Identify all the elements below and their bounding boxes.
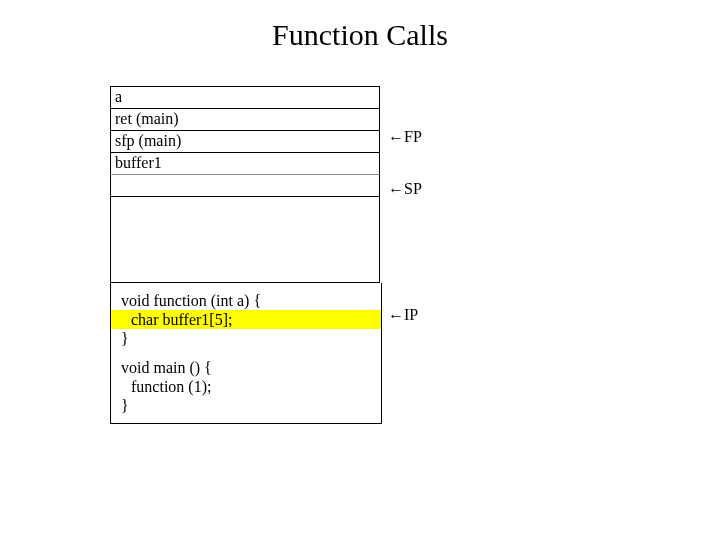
stack-cell — [111, 175, 380, 197]
code-line-main-end: } — [111, 396, 381, 415]
stack-cell: buffer1 — [111, 153, 380, 175]
pointer-label: IP — [404, 306, 418, 323]
stack-cell: sfp (main) — [111, 131, 380, 153]
pointer-label: FP — [404, 128, 422, 145]
stack-row-gap — [111, 197, 380, 283]
pointer-fp: ←FP — [388, 128, 422, 146]
stack-row-sfp: sfp (main) — [111, 131, 380, 153]
stack-row-blank — [111, 175, 380, 197]
stack-cell: a — [111, 87, 380, 109]
code-line-buffer: char buffer1[5]; — [111, 310, 381, 329]
code-line-fn-decl: void function (int a) { — [111, 291, 381, 310]
page-title: Function Calls — [0, 18, 720, 52]
left-arrow-icon: ← — [388, 181, 404, 199]
stack-cell: ret (main) — [111, 109, 380, 131]
code-box: void function (int a) { char buffer1[5];… — [110, 283, 382, 424]
stack-cell — [111, 197, 380, 283]
stack-table: a ret (main) sfp (main) buffer1 — [110, 86, 380, 283]
code-line-call: function (1); — [111, 377, 381, 396]
pointer-sp: ←SP — [388, 180, 422, 198]
code-line-fn-end: } — [111, 329, 381, 348]
left-arrow-icon: ← — [388, 129, 404, 147]
pointer-label: SP — [404, 180, 422, 197]
code-line-main-decl: void main () { — [111, 358, 381, 377]
stack-row-ret: ret (main) — [111, 109, 380, 131]
stack-row-a: a — [111, 87, 380, 109]
stack-row-buffer: buffer1 — [111, 153, 380, 175]
pointer-ip: ←IP — [388, 306, 418, 324]
left-arrow-icon: ← — [388, 307, 404, 325]
